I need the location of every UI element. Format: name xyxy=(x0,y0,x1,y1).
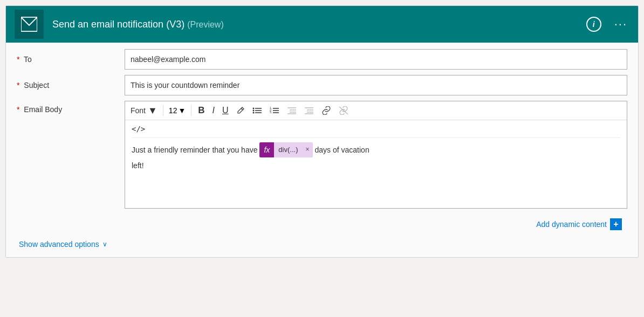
email-body-row: * Email Body Font ▼ 12 ▼ xyxy=(17,101,627,209)
italic-label: I xyxy=(213,106,215,115)
svg-point-3 xyxy=(252,112,254,114)
show-advanced-section: Show advanced options ∨ xyxy=(17,240,627,249)
font-select-button[interactable]: Font ▼ xyxy=(128,104,160,118)
text-after: days of vacation xyxy=(315,144,369,156)
unordered-list-icon xyxy=(252,106,262,115)
font-size-label: 12 xyxy=(169,106,177,115)
card-header: Send an email notification (V3) (Preview… xyxy=(6,6,638,43)
header-icon-box xyxy=(15,10,44,39)
editor-text-line-1: Just a friendly reminder that you have f… xyxy=(132,142,620,157)
subject-input[interactable] xyxy=(125,75,627,95)
underline-label: U xyxy=(222,106,229,115)
subject-required-marker: * xyxy=(17,81,19,89)
preview-badge: (Preview) xyxy=(187,20,224,29)
header-actions: i ··· xyxy=(586,15,629,33)
info-button[interactable]: i xyxy=(586,17,601,32)
svg-text:3.: 3. xyxy=(270,111,272,114)
underline-button[interactable]: U xyxy=(219,104,232,117)
svg-point-2 xyxy=(252,110,254,112)
outdent-button[interactable] xyxy=(284,105,300,116)
subject-label: * Subject xyxy=(17,81,125,89)
font-dropdown-arrow-icon: ▼ xyxy=(148,105,157,116)
chevron-down-icon: ∨ xyxy=(102,240,107,248)
card-body: * To * Subject * Email Body xyxy=(6,43,638,257)
font-select-label: Font xyxy=(131,106,146,115)
italic-button[interactable]: I xyxy=(209,104,218,117)
toolbar-separator-1 xyxy=(163,105,163,116)
chip-fx-icon: fx xyxy=(259,142,274,157)
text-before: Just a friendly reminder that you have xyxy=(132,144,257,156)
email-body-label: * Email Body xyxy=(17,101,125,114)
editor-content[interactable]: </> Just a friendly reminder that you ha… xyxy=(125,120,627,178)
dynamic-chip[interactable]: fx div(...) × xyxy=(259,142,312,157)
unordered-list-button[interactable] xyxy=(249,105,265,116)
indent-button[interactable] xyxy=(301,105,317,116)
font-size-select-button[interactable]: 12 ▼ xyxy=(167,105,188,116)
ordered-list-button[interactable]: 1. 2. 3. xyxy=(266,105,283,116)
link-icon xyxy=(321,106,331,115)
more-options-button[interactable]: ··· xyxy=(612,15,629,33)
subject-row: * Subject xyxy=(17,75,627,95)
email-editor: Font ▼ 12 ▼ B xyxy=(125,101,627,209)
header-title: Send an email notification (V3) (Preview… xyxy=(52,19,586,30)
bold-button[interactable]: B xyxy=(195,104,208,118)
unlink-icon xyxy=(339,106,348,115)
outdent-icon xyxy=(287,106,297,115)
to-required-marker: * xyxy=(17,55,19,64)
chip-label: div(...) xyxy=(274,142,302,157)
email-notification-card: Send an email notification (V3) (Preview… xyxy=(5,5,639,258)
to-row: * To xyxy=(17,49,627,70)
bold-label: B xyxy=(198,105,204,116)
text-color-button[interactable] xyxy=(233,105,248,116)
to-label: * To xyxy=(17,55,125,64)
chip-close-button[interactable]: × xyxy=(302,142,312,157)
ordered-list-icon: 1. 2. 3. xyxy=(270,106,279,115)
show-advanced-link[interactable]: Show advanced options ∨ xyxy=(19,240,627,249)
toolbar-separator-2 xyxy=(191,105,191,116)
link-button[interactable] xyxy=(318,105,334,116)
indent-icon xyxy=(304,106,314,115)
editor-text-line-2: left! xyxy=(132,160,620,171)
code-tag: </> xyxy=(132,125,620,138)
pencil-icon xyxy=(236,106,245,115)
add-dynamic-content-link[interactable]: Add dynamic content xyxy=(536,220,607,229)
email-body-required-marker: * xyxy=(17,105,19,114)
show-advanced-label: Show advanced options xyxy=(19,240,99,249)
svg-point-1 xyxy=(252,108,254,109)
mail-icon xyxy=(21,16,37,32)
unlink-button[interactable] xyxy=(335,105,352,116)
to-input[interactable] xyxy=(125,49,627,70)
add-dynamic-content-button[interactable]: + xyxy=(610,218,622,230)
add-dynamic-content-row: Add dynamic content + xyxy=(17,214,627,232)
title-text: Send an email notification (V3) xyxy=(52,19,184,30)
font-size-arrow-icon: ▼ xyxy=(178,106,186,115)
editor-toolbar: Font ▼ 12 ▼ B xyxy=(125,101,627,120)
